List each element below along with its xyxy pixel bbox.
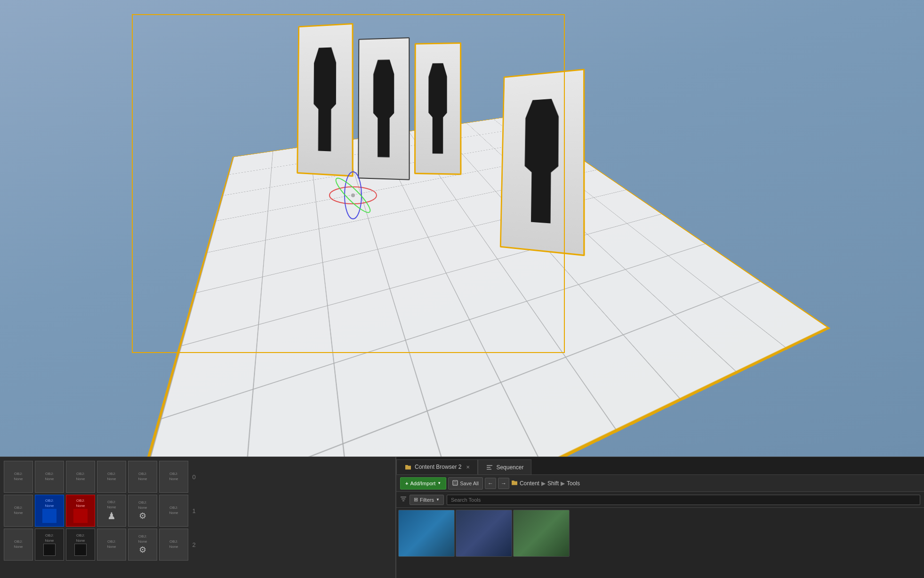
obj-cell-1-2[interactable]: OBJ: None: [66, 495, 95, 527]
nav-back-button[interactable]: ←: [485, 478, 496, 489]
search-tools-input[interactable]: [447, 495, 920, 505]
tab-sequencer[interactable]: Sequencer: [478, 459, 531, 474]
tab-close-icon[interactable]: ✕: [466, 465, 470, 470]
row-num-2: 2: [190, 541, 198, 548]
arrow-left-icon: ←: [488, 480, 493, 487]
viewport-3d[interactable]: [0, 0, 924, 457]
content-thumbnail-2[interactable]: [456, 510, 512, 557]
obj-cell-0-3[interactable]: OBJ: None: [97, 461, 126, 493]
obj-row-1: OBJ: None OBJ: None OBJ: None OBJ: None …: [4, 495, 392, 527]
panel-silhouette-1: [309, 47, 341, 152]
svg-rect-6: [487, 469, 491, 470]
obj-cell-2-5[interactable]: OBJ: None: [159, 529, 188, 561]
content-browser-tabs: Content Browser 2 ✕ Sequencer: [396, 457, 924, 475]
panel-silhouette-3: [425, 63, 451, 153]
panel-3: [414, 42, 461, 175]
panel-1: [297, 23, 354, 177]
arrow-right-icon: →: [501, 480, 506, 487]
breadcrumb-tools[interactable]: Tools: [567, 480, 580, 487]
obj-cell-2-3[interactable]: OBJ: None: [97, 529, 126, 561]
obj-cell-1-4[interactable]: OBJ: None ⚙: [128, 495, 157, 527]
transform-gizmo: [325, 167, 381, 224]
breadcrumb-sep-1: ▶: [541, 480, 546, 487]
gear2-icon: ⚙: [139, 545, 146, 555]
add-import-button[interactable]: + Add/Import ▼: [400, 477, 446, 490]
sequencer-icon: [486, 464, 493, 471]
dark-box-icon: [43, 544, 56, 556]
bottom-bar: OBJ: None OBJ: None OBJ: None OBJ: None …: [0, 457, 924, 578]
scene-3d: [0, 0, 924, 457]
obj-cell-1-5[interactable]: OBJ: None: [159, 495, 188, 527]
folder-nav-icon: [511, 479, 518, 487]
dark-box-icon-2: [74, 544, 87, 556]
row-num-1: 1: [190, 507, 198, 514]
obj-cell-1-1[interactable]: OBJ: None: [35, 495, 64, 527]
dropdown-arrow-icon: ▼: [437, 481, 441, 485]
obj-cell-1-3[interactable]: OBJ: None ♟: [97, 495, 126, 527]
obj-row-2: OBJ: None OBJ: None OBJ: None OBJ: None: [4, 529, 392, 561]
obj-cell-2-4[interactable]: OBJ: None ⚙: [128, 529, 157, 561]
row-num-0: 0: [190, 474, 198, 481]
obj-cell-0-2[interactable]: OBJ: None: [66, 461, 95, 493]
gear-icon: ⚙: [139, 511, 146, 521]
save-all-button[interactable]: Save All: [448, 477, 483, 490]
filter-icon-btn: ⊞: [414, 497, 418, 503]
breadcrumb-area: Content ▶ Shift ▶ Tools: [511, 479, 920, 487]
obj-cell-2-1[interactable]: OBJ: None: [35, 529, 64, 561]
obj-cell-2-0[interactable]: OBJ: None: [4, 529, 33, 561]
panel-2: [358, 37, 410, 180]
panel-4: [500, 69, 585, 256]
tab-content-browser-2[interactable]: Content Browser 2 ✕: [396, 459, 478, 474]
obj-cell-2-2[interactable]: OBJ: None: [66, 529, 95, 561]
obj-cell-0-5[interactable]: OBJ: None: [159, 461, 188, 493]
content-browser-filter-bar: ⊞ Filters ▼: [396, 492, 924, 508]
folder-icon: [404, 463, 412, 471]
figure-icon: ♟: [107, 510, 116, 522]
svg-rect-8: [454, 481, 457, 482]
breadcrumb-shift[interactable]: Shift: [547, 480, 559, 487]
content-browser: Content Browser 2 ✕ Sequencer + Add/Impo…: [396, 457, 924, 578]
obj-panel: OBJ: None OBJ: None OBJ: None OBJ: None …: [0, 457, 395, 578]
plus-icon: +: [405, 481, 408, 486]
obj-cell-1-0[interactable]: OBJ: None: [4, 495, 33, 527]
content-browser-content: [396, 508, 924, 578]
breadcrumb-sep-2: ▶: [561, 480, 565, 487]
content-browser-toolbar: + Add/Import ▼ Save All ← →: [396, 475, 924, 492]
svg-point-3: [351, 193, 355, 197]
svg-rect-9: [453, 483, 457, 485]
obj-row-0: OBJ: None OBJ: None OBJ: None OBJ: None …: [4, 461, 392, 493]
obj-cell-0-0[interactable]: OBJ: None: [4, 461, 33, 493]
panel-silhouette-4: [517, 98, 566, 225]
obj-cell-0-1[interactable]: OBJ: None: [35, 461, 64, 493]
breadcrumb-content[interactable]: Content: [520, 480, 539, 487]
content-thumbnail-1[interactable]: [398, 510, 455, 557]
panel-silhouette-2: [369, 59, 399, 158]
obj-cell-0-4[interactable]: OBJ: None: [128, 461, 157, 493]
obj-grid: OBJ: None OBJ: None OBJ: None OBJ: None …: [4, 461, 392, 561]
filter-list-icon: [400, 496, 407, 504]
svg-rect-5: [487, 467, 490, 468]
svg-rect-4: [487, 465, 492, 466]
content-thumbnail-3[interactable]: [513, 510, 570, 557]
save-icon: [452, 480, 458, 487]
filters-dropdown-icon: ▼: [436, 498, 440, 502]
nav-forward-button[interactable]: →: [498, 478, 509, 489]
filters-button[interactable]: ⊞ Filters ▼: [410, 495, 444, 505]
